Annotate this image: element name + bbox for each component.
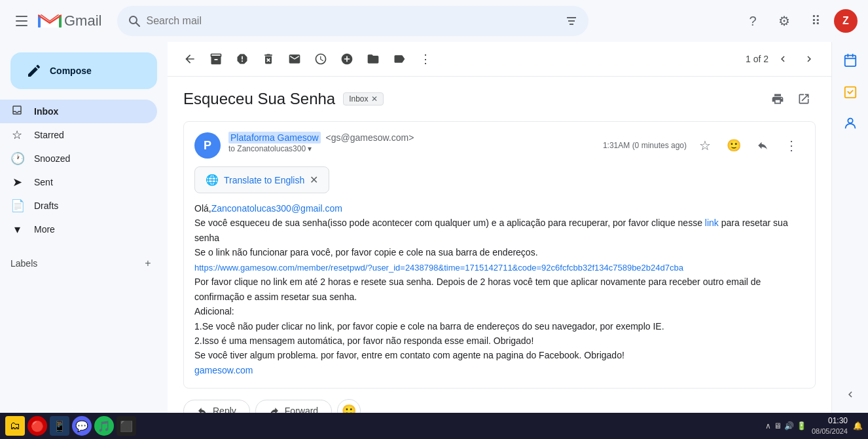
taskbar-clock[interactable]: 01:30 08/05/2024 — [812, 416, 848, 436]
right-panel-tasks-icon[interactable] — [837, 79, 863, 105]
sidebar-item-starred[interactable]: ☆ Starred — [0, 123, 157, 147]
email-subject-row: Esqueceu Sua Senha Inbox ✕ — [183, 87, 816, 111]
right-panel-calendar-icon[interactable] — [837, 47, 863, 73]
badge-close-icon[interactable]: ✕ — [371, 94, 378, 104]
menu-icon[interactable] — [10, 10, 33, 32]
topbar-actions: ? ⚙ ⠿ Z — [740, 8, 858, 34]
labels-header: Labels + — [10, 252, 157, 275]
move-to-button[interactable] — [361, 47, 385, 71]
sender-name-highlighted: Plataforma Gamesow — [228, 132, 321, 143]
labels-section: Labels + — [0, 246, 168, 280]
sidebar-item-sent[interactable]: ➤ Sent — [0, 170, 157, 194]
sender-avatar: P — [194, 132, 221, 159]
body-footer-link[interactable]: gamesow.com — [194, 365, 253, 375]
pagination: 1 of 2 — [746, 47, 821, 71]
svg-point-12 — [848, 119, 852, 123]
email-content: ⋮ 1 of 2 Esqueceu Sua Senha Inbox ✕ — [168, 42, 831, 413]
add-label-button[interactable]: + — [139, 254, 157, 273]
drafts-label: Drafts — [34, 200, 147, 211]
body-item1: 1.Se você não puder clicar no link, por … — [194, 319, 805, 334]
network-icon: 🖥 — [774, 421, 782, 430]
reply-quick-button[interactable] — [750, 132, 776, 159]
sidebar-item-inbox[interactable]: Inbox — [0, 100, 157, 123]
translate-bar: 🌐 Translate to English ✕ — [194, 166, 329, 193]
translate-close-button[interactable]: ✕ — [310, 174, 318, 186]
email-meta: 1:31AM (0 minutes ago) ☆ 🙂 ⋮ — [603, 132, 805, 159]
volume-icon: 🔊 — [784, 421, 794, 430]
to-label: to — [228, 144, 235, 153]
reply-button[interactable]: Reply — [183, 400, 250, 413]
badge-text: Inbox — [349, 94, 368, 104]
inbox-icon — [10, 104, 24, 119]
translate-button[interactable]: Translate to English — [224, 175, 304, 185]
more-email-button[interactable]: ⋮ — [778, 132, 805, 159]
body-reset-link[interactable]: https://www.gamesow.com/member/resetpwd/… — [194, 263, 683, 273]
taskbar-spotify[interactable]: 🎵 — [94, 416, 114, 436]
reply-area: Reply Forward 🙂 — [183, 399, 816, 413]
star-button[interactable]: ☆ — [692, 132, 718, 159]
taskbar-browser[interactable]: 🔴 — [27, 416, 47, 436]
prev-email-button[interactable] — [771, 47, 795, 71]
svg-line-6 — [136, 23, 139, 26]
reply-btn-label: Reply — [213, 406, 236, 413]
apps-icon[interactable]: ⠿ — [803, 8, 829, 34]
taskbar-app5[interactable]: ⬛ — [117, 416, 136, 436]
settings-icon[interactable]: ⚙ — [771, 8, 797, 34]
body-link-text[interactable]: link — [705, 218, 719, 228]
right-panel-expand-icon[interactable] — [837, 381, 863, 408]
sender-email: <gs@gamesow.com> — [326, 132, 414, 143]
help-icon[interactable]: ? — [740, 8, 766, 34]
email-subject: Esqueceu Sua Senha — [183, 90, 335, 108]
tray-chevron-icon[interactable]: ∧ — [765, 421, 771, 430]
emoji-reaction-button[interactable]: 🙂 — [337, 399, 361, 413]
print-button[interactable] — [766, 87, 789, 111]
notification-icon[interactable]: 🔔 — [853, 421, 863, 430]
snoozed-icon: 🕐 — [10, 151, 24, 166]
svg-rect-10 — [844, 56, 856, 67]
archive-button[interactable] — [204, 47, 228, 71]
avatar[interactable]: Z — [834, 9, 858, 33]
body-email-link[interactable]: Zanconatolucas300@gmail.com — [211, 203, 342, 214]
gmail-logo: Gmail — [38, 12, 101, 30]
inbox-label: Inbox — [34, 106, 147, 117]
body-additional: Adicional: — [194, 304, 805, 318]
search-input[interactable] — [146, 15, 560, 27]
snooze-button[interactable] — [309, 47, 333, 71]
body-line5: Se você tiver algum problema. por favor,… — [194, 348, 805, 362]
sidebar-item-more[interactable]: ▾ More — [0, 218, 157, 241]
delete-button[interactable] — [257, 47, 280, 71]
sidebar-item-drafts[interactable]: 📄 Drafts — [0, 194, 157, 218]
label-button[interactable] — [388, 47, 411, 71]
filter-icon[interactable] — [565, 14, 578, 28]
taskbar-discord[interactable]: 💬 — [72, 416, 92, 436]
body-line2: Se você esqueceu de sua senha(isso pode … — [194, 216, 805, 245]
more-options-button[interactable]: ⋮ — [414, 47, 437, 71]
clock-time: 01:30 — [812, 416, 848, 427]
forward-button[interactable]: Forward — [255, 400, 332, 413]
taskbar-app2[interactable]: 📱 — [50, 416, 69, 436]
svg-rect-1 — [16, 20, 27, 22]
add-task-button[interactable] — [335, 47, 359, 71]
body-line4: Por favor clique no link em até 2 horas … — [194, 275, 805, 304]
open-in-new-button[interactable] — [792, 87, 816, 111]
forward-icon — [269, 406, 280, 413]
emoji-react-button[interactable]: 🙂 — [721, 132, 747, 159]
to-chevron-icon[interactable]: ▾ — [308, 144, 312, 153]
next-email-button[interactable] — [797, 47, 821, 71]
battery-icon: 🔋 — [797, 421, 806, 430]
body-greeting: Olá,Zanconatolucas300@gmail.com — [194, 201, 805, 216]
mark-unread-button[interactable] — [283, 47, 306, 71]
sidebar-item-snoozed[interactable]: 🕐 Snoozed — [0, 147, 157, 170]
taskbar-right: ∧ 🖥 🔊 🔋 01:30 08/05/2024 🔔 — [765, 416, 863, 436]
compose-button[interactable]: Compose — [10, 52, 157, 89]
right-panel-contacts-icon[interactable] — [837, 110, 863, 136]
inbox-badge: Inbox ✕ — [343, 92, 383, 105]
more-label: More — [34, 224, 147, 235]
email-header: P Plataforma Gamesow <gs@gamesow.com> to… — [194, 132, 805, 159]
system-tray: ∧ 🖥 🔊 🔋 — [765, 421, 806, 430]
back-button[interactable] — [178, 47, 202, 71]
report-spam-button[interactable] — [230, 47, 254, 71]
subject-actions — [766, 87, 816, 111]
taskbar-files[interactable]: 🗂 — [5, 416, 25, 436]
sender-name: Plataforma Gamesow <gs@gamesow.com> — [228, 132, 595, 143]
